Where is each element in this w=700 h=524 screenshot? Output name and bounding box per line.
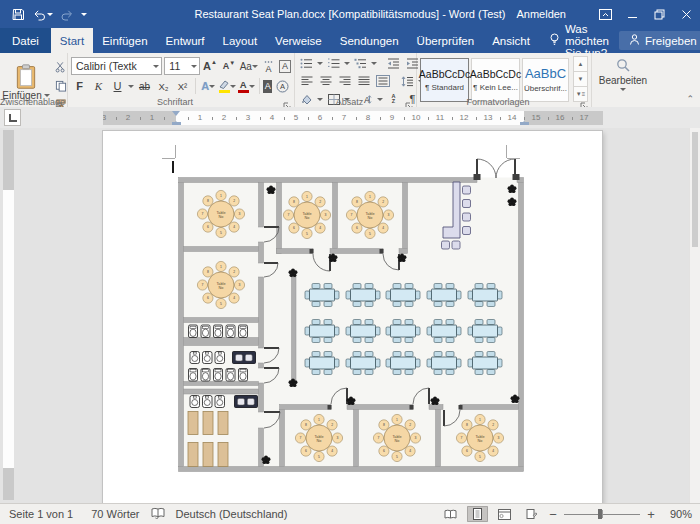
collapse-ribbon-icon[interactable]: ⌃ bbox=[686, 94, 694, 104]
line-spacing-icon[interactable] bbox=[399, 73, 416, 89]
floor-plan-drawing[interactable]: 12345678TableNo12345678TableNo12345678Ta… bbox=[103, 131, 602, 504]
share-button[interactable]: Freigeben bbox=[619, 31, 700, 50]
text-cursor bbox=[172, 161, 174, 173]
zoom-in-button[interactable]: + bbox=[646, 507, 656, 522]
editing-button[interactable]: Bearbeiten bbox=[595, 55, 651, 95]
cut-icon[interactable] bbox=[52, 59, 69, 75]
tab-verweise[interactable]: Verweise bbox=[266, 28, 331, 53]
superscript-button[interactable]: X² bbox=[174, 78, 191, 94]
tab-ueberpruefen[interactable]: Überprüfen bbox=[408, 28, 484, 53]
ruler-number: 1 bbox=[150, 113, 154, 122]
read-mode-icon[interactable] bbox=[440, 506, 461, 522]
customize-qat-icon[interactable] bbox=[81, 13, 87, 19]
language-indicator[interactable]: Deutsch (Deutschland) bbox=[167, 508, 297, 520]
tab-entwurf[interactable]: Entwurf bbox=[157, 28, 214, 53]
zoom-slider[interactable] bbox=[564, 508, 640, 520]
page-indicator[interactable]: Seite 1 von 1 bbox=[0, 508, 82, 520]
redo-button[interactable] bbox=[60, 8, 74, 21]
bold-button[interactable]: F bbox=[71, 78, 88, 94]
svg-text:2: 2 bbox=[319, 200, 321, 204]
sign-in-link[interactable]: Anmelden bbox=[516, 8, 566, 20]
restore-button[interactable] bbox=[646, 0, 673, 28]
zoom-out-button[interactable]: − bbox=[548, 507, 558, 522]
svg-text:1: 1 bbox=[396, 418, 398, 422]
enclose-characters-icon[interactable]: A bbox=[274, 78, 291, 94]
zoom-level[interactable]: 90% bbox=[662, 508, 692, 520]
multilevel-list-icon[interactable] bbox=[352, 55, 369, 71]
toilet bbox=[201, 325, 210, 338]
wall bbox=[259, 183, 264, 228]
minimize-button[interactable] bbox=[619, 0, 646, 28]
paragraph-dialog-launcher-icon[interactable] bbox=[405, 97, 414, 106]
tab-datei[interactable]: Datei bbox=[0, 28, 51, 53]
tab-einfuegen[interactable]: Einfügen bbox=[93, 28, 156, 53]
ruler-number: 2 bbox=[222, 113, 226, 122]
proofing-icon[interactable] bbox=[149, 507, 167, 521]
tab-start[interactable]: Start bbox=[51, 28, 93, 53]
svg-text:4: 4 bbox=[319, 226, 321, 230]
underline-dropdown-icon[interactable] bbox=[128, 85, 134, 91]
document-page[interactable]: 12345678TableNo12345678TableNo12345678Ta… bbox=[103, 131, 602, 504]
tell-me-box[interactable]: Was möchten Sie tun? bbox=[539, 28, 619, 53]
justify-icon[interactable] bbox=[355, 73, 372, 89]
text-effects-button[interactable]: A bbox=[200, 78, 217, 94]
save-icon[interactable] bbox=[12, 8, 25, 21]
shrink-font-button[interactable]: A▼ bbox=[221, 58, 238, 74]
strikethrough-button[interactable]: ab bbox=[136, 78, 153, 94]
wall bbox=[184, 382, 259, 386]
toilet bbox=[239, 325, 248, 338]
copy-icon[interactable] bbox=[52, 78, 69, 94]
web-layout-icon[interactable] bbox=[494, 506, 515, 522]
tab-layout[interactable]: Layout bbox=[214, 28, 267, 53]
right-indent-marker-base[interactable] bbox=[520, 122, 529, 125]
styles-scroll-up-icon[interactable]: ▲ bbox=[573, 56, 588, 72]
zoom-slider-thumb[interactable] bbox=[598, 509, 602, 519]
style-card-standard[interactable]: AaBbCcDc ¶ Standard bbox=[420, 58, 469, 102]
underline-button[interactable]: U bbox=[109, 78, 126, 94]
scrollbar-thumb[interactable] bbox=[692, 132, 698, 247]
numbered-list-icon[interactable] bbox=[325, 55, 342, 71]
ruler-number: 10 bbox=[412, 113, 421, 122]
sink bbox=[203, 396, 213, 408]
font-color-button[interactable]: A bbox=[238, 78, 255, 94]
italic-button[interactable]: K bbox=[90, 78, 107, 94]
align-right-icon[interactable] bbox=[336, 73, 353, 89]
highlight-button[interactable] bbox=[219, 78, 236, 94]
undo-dropdown-icon[interactable] bbox=[47, 13, 53, 19]
svg-text:4: 4 bbox=[233, 225, 235, 229]
subscript-button[interactable]: X₂ bbox=[155, 78, 172, 94]
tab-sendungen[interactable]: Sendungen bbox=[331, 28, 408, 53]
close-button[interactable] bbox=[673, 0, 700, 28]
svg-text:3: 3 bbox=[337, 436, 339, 440]
vertical-scrollbar[interactable] bbox=[689, 128, 700, 504]
align-center-icon[interactable] bbox=[317, 73, 334, 89]
styles-scroll-down-icon[interactable]: ▼ bbox=[573, 71, 588, 87]
clipboard-dialog-launcher-icon[interactable] bbox=[56, 97, 65, 106]
bullet-list-icon[interactable] bbox=[298, 55, 315, 71]
phonetic-guide-icon[interactable]: A bbox=[260, 58, 277, 74]
align-left-icon[interactable] bbox=[298, 73, 315, 89]
character-border-button[interactable]: A bbox=[279, 60, 291, 73]
change-case-button[interactable]: Aa bbox=[240, 58, 259, 74]
font-family-combo[interactable]: Calibri (Textk bbox=[71, 57, 162, 75]
ruler-number: 13 bbox=[484, 113, 493, 122]
word-count[interactable]: 70 Wörter bbox=[82, 508, 148, 520]
wall bbox=[333, 183, 338, 249]
tab-ansicht[interactable]: Ansicht bbox=[483, 28, 539, 53]
focus-mode-icon[interactable] bbox=[521, 506, 542, 522]
wall bbox=[277, 183, 282, 254]
grow-font-button[interactable]: A▲ bbox=[202, 58, 219, 74]
styles-dialog-launcher-icon[interactable] bbox=[580, 97, 589, 106]
print-layout-icon[interactable] bbox=[467, 506, 488, 522]
tab-stop-selector[interactable] bbox=[4, 109, 21, 126]
left-indent-marker[interactable] bbox=[172, 122, 181, 125]
font-dialog-launcher-icon[interactable] bbox=[283, 97, 292, 106]
undo-button[interactable] bbox=[32, 8, 53, 21]
style-card-ueberschrift[interactable]: AaBbC Überschrif... bbox=[522, 58, 569, 102]
distribute-text-icon[interactable] bbox=[374, 73, 391, 89]
decrease-indent-icon[interactable] bbox=[385, 55, 402, 71]
font-size-combo[interactable]: 11 bbox=[164, 57, 199, 75]
sink bbox=[190, 352, 200, 364]
style-card-kein-leerraum[interactable]: AaBbCcDc ¶ Kein Lee... bbox=[471, 58, 520, 102]
character-shading-button[interactable]: A bbox=[263, 80, 272, 93]
